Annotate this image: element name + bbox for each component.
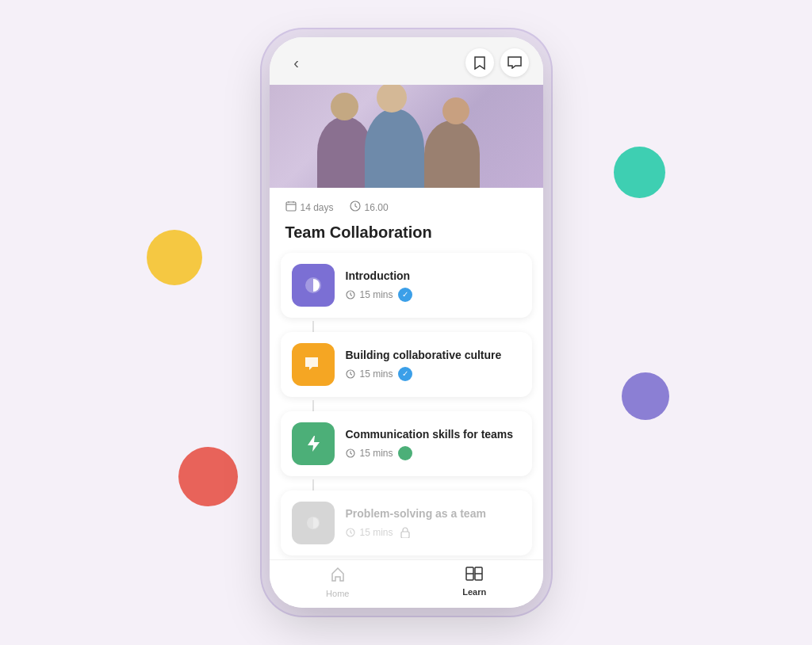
calendar-icon: [285, 200, 297, 214]
chat-bubble-icon: [303, 355, 324, 374]
lesson-meta-3: 15 mins: [346, 446, 521, 460]
lesson-info-4: Problem-solving as a team 15 mins: [346, 506, 521, 539]
hero-image: [270, 85, 543, 188]
person-head-2: [377, 85, 407, 113]
lesson-meta-4: 15 mins: [346, 525, 521, 540]
lesson-card-3[interactable]: Communication skills for teams 15 mins: [281, 411, 532, 476]
lesson-clock-icon-4: [346, 528, 355, 537]
stats-row: 14 days 16.00: [270, 188, 543, 220]
decorative-circle-purple: [622, 372, 669, 420]
back-button[interactable]: ‹: [284, 50, 309, 75]
nav-label-learn: Learn: [462, 587, 486, 597]
lesson-card-4[interactable]: Problem-solving as a team 15 mins: [281, 490, 532, 555]
module-icon-4: [304, 513, 323, 532]
bottom-nav: Home Learn: [270, 559, 543, 608]
nav-label-home: Home: [326, 589, 349, 598]
hero-people: [270, 85, 543, 188]
phone-header: ‹: [270, 37, 543, 85]
course-title: Team Collaboration: [270, 220, 543, 253]
lesson-duration-3: 15 mins: [360, 448, 393, 459]
stat-time: 16.00: [350, 200, 389, 214]
lesson-clock-icon-1: [346, 290, 355, 300]
decorative-circle-yellow: [147, 230, 202, 285]
nav-item-learn[interactable]: Learn: [406, 567, 543, 598]
lesson-clock-icon-2: [346, 369, 355, 379]
connector-2-3: [312, 400, 314, 411]
lesson-meta-2: 15 mins ✓: [346, 367, 521, 381]
decorative-circle-green: [614, 147, 665, 198]
connector-1-2: [312, 321, 314, 332]
phone-frame: ‹: [270, 37, 543, 608]
clock-icon: [350, 200, 361, 214]
lesson-duration-2: 15 mins: [360, 368, 393, 380]
decorative-circle-red: [178, 447, 238, 506]
lesson-status-2: ✓: [398, 367, 412, 381]
lesson-title-1: Introduction: [346, 269, 521, 283]
person-head-1: [331, 93, 358, 120]
lesson-meta-1: 15 mins ✓: [346, 288, 521, 302]
lesson-icon-1: [292, 264, 335, 307]
lesson-title-2: Building collaborative culture: [346, 348, 521, 362]
lesson-duration-1: 15 mins: [360, 289, 393, 300]
lesson-icon-2: [292, 343, 335, 386]
person-silhouette-3: [424, 120, 480, 188]
lesson-title-3: Communication skills for teams: [346, 427, 521, 441]
lesson-clock-icon-3: [346, 448, 355, 458]
header-icons: [465, 48, 529, 77]
lesson-info-2: Building collaborative culture 15 mins ✓: [346, 348, 521, 380]
person-head-3: [442, 97, 469, 124]
nav-item-home[interactable]: Home: [270, 567, 407, 598]
person-silhouette-2: [365, 109, 424, 188]
connector-3-4: [312, 479, 314, 490]
stat-time-value: 16.00: [365, 202, 389, 213]
lesson-icon-4: [292, 502, 335, 544]
stat-days-value: 14 days: [301, 202, 334, 213]
lesson-card-2[interactable]: Building collaborative culture 15 mins ✓: [281, 332, 532, 397]
lesson-duration-4: 15 mins: [360, 527, 393, 538]
lesson-status-4: [398, 525, 412, 540]
lesson-info-1: Introduction 15 mins ✓: [346, 269, 521, 301]
lesson-status-3: [398, 446, 412, 460]
lesson-status-1: ✓: [398, 288, 412, 302]
home-icon: [330, 567, 346, 586]
lesson-title-4: Problem-solving as a team: [346, 506, 521, 521]
learn-icon: [465, 567, 483, 585]
bookmark-button[interactable]: [465, 48, 494, 77]
lessons-list: Introduction 15 mins ✓: [270, 253, 543, 559]
lock-icon: [400, 527, 410, 538]
lesson-card-1[interactable]: Introduction 15 mins ✓: [281, 253, 532, 318]
lesson-icon-3: [292, 422, 335, 465]
svg-rect-0: [286, 202, 296, 211]
lesson-info-3: Communication skills for teams 15 mins: [346, 427, 521, 460]
lightning-icon: [304, 434, 323, 453]
phone-content: 14 days 16.00 Team Collaboration: [270, 188, 543, 559]
svg-rect-11: [401, 532, 409, 538]
chat-button[interactable]: [500, 48, 529, 77]
stat-days: 14 days: [285, 200, 334, 214]
